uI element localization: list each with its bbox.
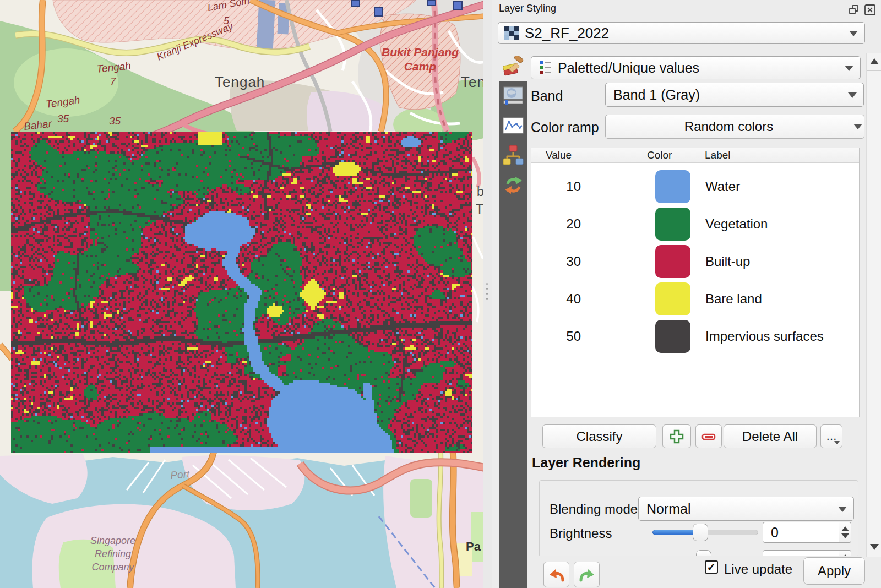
- delete-all-button[interactable]: Delete All: [724, 424, 817, 448]
- live-update-checkbox[interactable]: ✓: [705, 560, 718, 574]
- renderer-selector[interactable]: Paletted/Unique values: [531, 56, 861, 79]
- class-label[interactable]: Water: [705, 179, 740, 194]
- band-selector[interactable]: Band 1 (Gray): [605, 83, 864, 107]
- column-header-color[interactable]: Color: [647, 149, 672, 161]
- brightness-value: 0: [771, 525, 779, 541]
- panel-footer: ✓ Live update Apply: [527, 556, 866, 588]
- class-color-swatch[interactable]: [655, 170, 690, 203]
- undo-arrow-icon: [548, 567, 565, 583]
- column-separator: [644, 148, 644, 162]
- qgis-window: Lam Som 5 Kranji Expressway Tengah 7 Ten…: [0, 0, 881, 588]
- class-label[interactable]: Impervious surfaces: [705, 329, 824, 344]
- class-value[interactable]: 20: [548, 216, 581, 232]
- class-color-swatch[interactable]: [655, 208, 690, 241]
- spin-down-icon: [841, 533, 849, 538]
- add-row-button[interactable]: [662, 424, 691, 448]
- float-window-icon: [848, 4, 860, 16]
- class-color-swatch[interactable]: [655, 282, 690, 315]
- paletted-renderer-icon: [538, 59, 552, 76]
- tab-histogram[interactable]: [499, 111, 527, 140]
- table-row[interactable]: 20Vegetation: [531, 205, 859, 243]
- class-color-swatch[interactable]: [655, 245, 690, 278]
- classify-button[interactable]: Classify: [542, 424, 656, 448]
- scrollbar-divider: [867, 70, 881, 71]
- chevron-down-icon: [848, 92, 857, 98]
- check-icon: ✓: [707, 560, 716, 574]
- undo-style-button[interactable]: [543, 562, 569, 587]
- tab-history[interactable]: [499, 170, 527, 200]
- minus-icon: [700, 428, 717, 445]
- scroll-up-icon[interactable]: [870, 58, 879, 64]
- class-label[interactable]: Vegetation: [705, 216, 768, 232]
- chevron-down-icon: [845, 66, 853, 71]
- close-panel-button[interactable]: [864, 4, 876, 16]
- blending-mode-selector[interactable]: Normal: [638, 497, 854, 521]
- table-row[interactable]: 10Water: [531, 168, 859, 205]
- chevron-down-icon: [838, 507, 847, 512]
- brightness-label: Brightness: [550, 526, 612, 541]
- classification-table[interactable]: Value Color Label 10Water20Vegetation30B…: [531, 148, 860, 417]
- symbology-paintbrush-icon: [501, 56, 525, 79]
- brightness-slider-track: [700, 530, 758, 535]
- label-tengah-road2-ref: 35: [57, 113, 69, 124]
- column-header-label[interactable]: Label: [705, 149, 731, 161]
- tab-transparency[interactable]: [499, 81, 527, 111]
- history-arrows-icon: [503, 175, 524, 195]
- layer-selector[interactable]: S2_RF_2022: [498, 22, 865, 44]
- brightness-spinbox[interactable]: 0: [763, 522, 839, 543]
- class-label[interactable]: Bare land: [705, 291, 762, 307]
- blending-mode-value: Normal: [646, 501, 691, 517]
- chevron-down-icon: [849, 31, 858, 36]
- live-update-label: Live update: [724, 562, 792, 577]
- more-options-button[interactable]: …: [820, 424, 842, 448]
- band-value: Band 1 (Gray): [613, 87, 700, 103]
- color-ramp-value: Random colors: [684, 119, 773, 134]
- label-tengah-place: Tengah: [215, 74, 265, 90]
- label-camp-line1: Bukit Panjang: [382, 46, 459, 58]
- class-value[interactable]: 40: [548, 291, 581, 307]
- column-header-value[interactable]: Value: [546, 149, 572, 161]
- color-ramp-button[interactable]: Random colors: [605, 115, 852, 139]
- chevron-down-icon: [853, 124, 862, 129]
- table-header[interactable]: Value Color Label: [531, 148, 859, 163]
- layer-rendering-heading: Layer Rendering: [532, 455, 640, 471]
- splitter-handle-icon: [486, 283, 488, 300]
- class-value[interactable]: 10: [548, 179, 581, 194]
- float-panel-button[interactable]: [848, 4, 860, 16]
- label-refinery-line3: Company: [91, 562, 134, 573]
- chevron-down-icon: [834, 441, 840, 444]
- spin-up-icon: [841, 526, 849, 531]
- table-row[interactable]: 50Impervious surfaces: [531, 318, 859, 355]
- scroll-down-icon[interactable]: [870, 544, 879, 550]
- redo-style-button[interactable]: [574, 562, 600, 587]
- panel-scrollbar[interactable]: [866, 53, 881, 557]
- tab-style-manager[interactable]: [499, 140, 527, 170]
- layer-rendering-group: Blending mode Normal Brightness 0: [539, 480, 858, 557]
- map-canvas[interactable]: Lam Som 5 Kranji Expressway Tengah 7 Ten…: [0, 0, 492, 588]
- class-value[interactable]: 30: [548, 254, 581, 269]
- class-label[interactable]: Built-up: [705, 254, 750, 269]
- color-ramp-dropdown-button[interactable]: [852, 115, 864, 139]
- apply-button[interactable]: Apply: [803, 557, 865, 585]
- plus-icon: [668, 428, 685, 445]
- label-refinery-line1: Singapore: [90, 535, 135, 546]
- layer-name: S2_RF_2022: [525, 25, 609, 42]
- label-interchange-ref: 35: [109, 115, 121, 127]
- table-row[interactable]: 40Bare land: [531, 280, 859, 318]
- redo-arrow-icon: [578, 567, 596, 583]
- renderer-name: Paletted/Unique values: [558, 60, 699, 76]
- histogram-icon: [502, 117, 524, 134]
- brightness-spin-arrows[interactable]: [839, 522, 851, 543]
- column-separator: [701, 148, 701, 162]
- brightness-slider-handle[interactable]: [693, 524, 708, 541]
- class-color-swatch[interactable]: [655, 320, 690, 353]
- tab-symbology[interactable]: [499, 53, 527, 81]
- label-tengah-road-ref: 7: [110, 75, 117, 87]
- table-row[interactable]: 30Built-up: [531, 243, 859, 280]
- transparency-icon: [502, 86, 524, 106]
- band-label: Band: [531, 88, 563, 104]
- remove-row-button[interactable]: [695, 424, 722, 448]
- class-value[interactable]: 50: [548, 329, 581, 344]
- label-pa-partial: Pa: [466, 540, 481, 553]
- blending-mode-label: Blending mode: [550, 502, 638, 517]
